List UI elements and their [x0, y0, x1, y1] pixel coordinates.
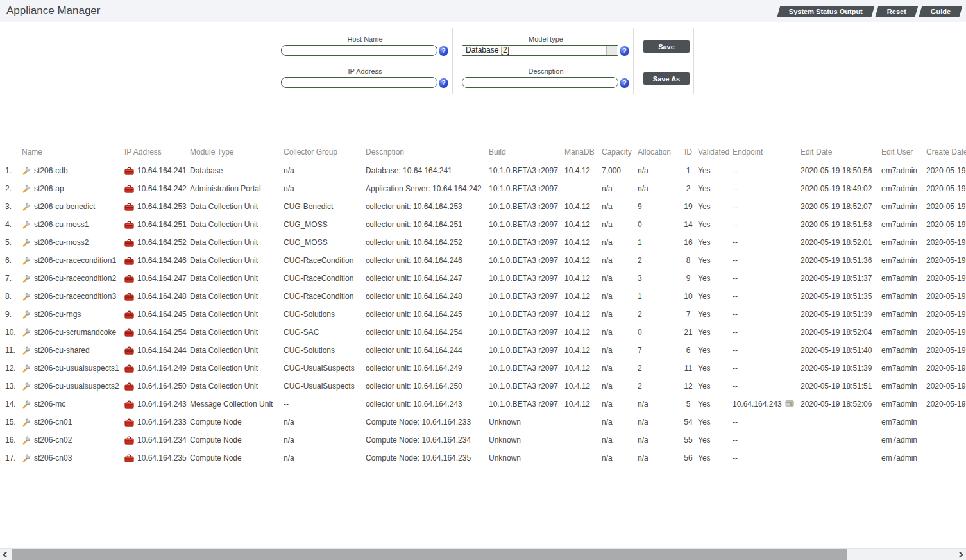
- model-type-select[interactable]: Database [2]: [462, 45, 618, 56]
- wrench-icon[interactable]: [22, 256, 31, 265]
- ip-address-text: 10.64.164.245: [137, 310, 187, 319]
- table-row: 4.st206-cu-moss110.64.164.251Data Collec…: [0, 216, 966, 233]
- toolbox-icon[interactable]: [124, 221, 134, 229]
- model-type-help-icon[interactable]: ?: [620, 46, 629, 56]
- toolbox-icon[interactable]: [124, 400, 134, 409]
- column-header-id[interactable]: ID: [679, 142, 698, 162]
- column-header-allocation[interactable]: Allocation: [638, 142, 679, 162]
- host-name-help-icon[interactable]: ?: [439, 46, 448, 56]
- horizontal-scrollbar[interactable]: [0, 548, 966, 560]
- cell-edit-user: em7admin: [881, 269, 926, 287]
- cell-name: st206-cu-moss1: [22, 216, 124, 233]
- toolbox-icon[interactable]: [124, 418, 134, 427]
- ip-address-input[interactable]: [281, 77, 437, 88]
- host-name-input[interactable]: [281, 45, 437, 56]
- toolbox-icon[interactable]: [124, 257, 134, 265]
- column-header-ip[interactable]: IP Address: [124, 142, 190, 162]
- cell-collector-group: --: [284, 395, 366, 413]
- column-header-mariadb[interactable]: MariaDB: [564, 142, 602, 162]
- wrench-icon[interactable]: [22, 202, 31, 211]
- toolbox-icon[interactable]: [124, 239, 134, 247]
- scroll-right-button[interactable]: [955, 549, 966, 560]
- column-header-name[interactable]: Name: [22, 142, 124, 162]
- wrench-icon[interactable]: [22, 238, 31, 247]
- toolbox-icon[interactable]: [124, 364, 134, 373]
- wrench-icon[interactable]: [22, 292, 31, 301]
- cell-mariadb: [564, 413, 602, 431]
- wrench-icon[interactable]: [22, 310, 31, 319]
- toolbox-icon[interactable]: [124, 185, 134, 193]
- toolbox-icon[interactable]: [124, 382, 134, 391]
- save-button[interactable]: Save: [643, 40, 690, 53]
- cell-validated: Yes: [698, 395, 733, 413]
- cell-name: st206-cu-racecondition2: [22, 269, 124, 287]
- wrench-icon[interactable]: [22, 184, 31, 193]
- wrench-icon[interactable]: [22, 418, 31, 427]
- cell-description: Compute Node: 10.64.164.233: [366, 413, 489, 431]
- reset-button[interactable]: Reset: [875, 6, 918, 17]
- cell-ip: 10.64.164.234: [124, 431, 190, 449]
- scroll-left-button[interactable]: [0, 549, 11, 560]
- wrench-icon[interactable]: [22, 454, 31, 462]
- cell-ip: 10.64.164.249: [124, 359, 190, 377]
- description-help-icon[interactable]: ?: [620, 78, 629, 88]
- cell-create-date: 2020-05-19: [926, 180, 966, 198]
- wrench-icon[interactable]: [22, 220, 31, 229]
- column-header-edit-date[interactable]: Edit Date: [801, 142, 881, 162]
- wrench-icon[interactable]: [22, 400, 31, 409]
- column-header-validated[interactable]: Validated: [698, 142, 733, 162]
- column-header-capacity[interactable]: Capacity: [602, 142, 638, 162]
- cell-module-type: Compute Node: [190, 431, 284, 449]
- wrench-icon[interactable]: [22, 328, 31, 337]
- cell-ip: 10.64.164.246: [124, 251, 190, 269]
- description-input[interactable]: [462, 77, 618, 88]
- toolbox-icon[interactable]: [124, 346, 134, 355]
- column-header-description[interactable]: Description: [366, 142, 489, 162]
- cell-description: collector unit: 10.64.164.245: [366, 305, 489, 323]
- column-header-collector-group[interactable]: Collector Group: [284, 142, 366, 162]
- cell-endpoint: --: [733, 377, 801, 395]
- toolbox-icon[interactable]: [124, 203, 134, 211]
- wrench-icon[interactable]: [22, 166, 31, 175]
- cell-allocation: 0: [638, 216, 679, 233]
- toolbox-icon[interactable]: [124, 454, 134, 462]
- cell-collector-group: CUG_MOSS: [284, 216, 366, 233]
- scrollbar-thumb[interactable]: [12, 549, 847, 560]
- ip-address-text: 10.64.164.241: [137, 166, 187, 175]
- column-header-create-date[interactable]: Create Date: [926, 142, 966, 162]
- toolbox-icon[interactable]: [124, 328, 134, 337]
- wrench-icon[interactable]: [22, 364, 31, 373]
- wrench-icon[interactable]: [22, 382, 31, 391]
- cell-id: 16: [679, 233, 698, 251]
- wrench-icon[interactable]: [22, 436, 31, 445]
- cell-endpoint: --: [733, 305, 801, 323]
- cell-description: collector unit: 10.64.164.251: [366, 216, 489, 233]
- toolbox-icon[interactable]: [124, 310, 134, 319]
- wrench-icon[interactable]: [22, 274, 31, 283]
- chevron-down-icon[interactable]: [606, 46, 617, 55]
- cell-endpoint: --: [733, 413, 801, 431]
- column-header-module-type[interactable]: Module Type: [190, 142, 284, 162]
- cell-edit-date: 2020-05-19 18:51:51: [801, 377, 881, 395]
- disk-icon[interactable]: [785, 399, 795, 407]
- ip-address-help-icon[interactable]: ?: [439, 78, 448, 88]
- cell-collector-group: CUG-RaceCondition: [284, 251, 366, 269]
- appliance-name-text: st206-cn02: [34, 436, 72, 445]
- save-as-button[interactable]: Save As: [643, 72, 690, 85]
- ip-address-text: 10.64.164.254: [137, 328, 187, 337]
- system-status-output-button[interactable]: System Status Output: [777, 6, 875, 17]
- cell-description: collector unit: 10.64.164.247: [366, 269, 489, 287]
- cell-create-date: 2020-05-19: [926, 287, 966, 305]
- toolbox-icon[interactable]: [124, 436, 134, 445]
- guide-button[interactable]: Guide: [919, 6, 962, 17]
- cell-ip: 10.64.164.235: [124, 449, 190, 467]
- toolbox-icon[interactable]: [124, 293, 134, 301]
- column-header-build[interactable]: Build: [489, 142, 564, 162]
- wrench-icon[interactable]: [22, 346, 31, 355]
- column-header-edit-user[interactable]: Edit User: [881, 142, 926, 162]
- cell-edit-date: 2020-05-19 18:51:36: [801, 251, 881, 269]
- toolbox-icon[interactable]: [124, 167, 134, 175]
- table-row: 5.st206-cu-moss210.64.164.252Data Collec…: [0, 233, 966, 251]
- column-header-endpoint[interactable]: Endpoint: [733, 142, 801, 162]
- toolbox-icon[interactable]: [124, 275, 134, 283]
